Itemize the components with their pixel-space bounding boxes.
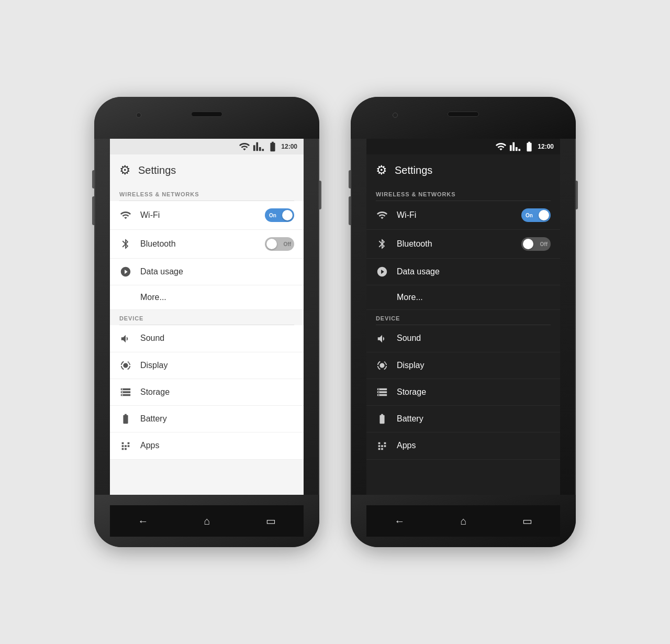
apps-icon-dark xyxy=(376,440,388,451)
data-usage-item-dark[interactable]: Data usage xyxy=(366,259,560,285)
wifi-toggle-knob-dark xyxy=(539,210,549,220)
nav-bar-dark: ← ⌂ ▭ xyxy=(366,505,560,537)
battery-label-light: Battery xyxy=(140,414,167,424)
apps-icon-light xyxy=(119,440,132,451)
bluetooth-item-left-dark: Bluetooth xyxy=(376,238,432,250)
sound-label-light: Sound xyxy=(140,334,164,343)
display-item-dark[interactable]: Display xyxy=(366,352,560,379)
display-label-light: Display xyxy=(140,361,168,370)
sound-icon-dark xyxy=(376,332,388,344)
status-time-light: 12:00 xyxy=(281,143,297,150)
volume-down-button xyxy=(92,196,94,225)
nav-bar-light: ← ⌂ ▭ xyxy=(110,505,304,537)
wifi-label-dark: Wi-Fi xyxy=(397,210,416,220)
apps-item-light[interactable]: Apps xyxy=(110,432,304,459)
light-phone-screen: 12:00 ⚙ Settings WIRELESS & NETWORKS xyxy=(110,139,304,495)
signal-status-icon-dark xyxy=(509,141,521,152)
more-item-light[interactable]: More... xyxy=(110,285,304,310)
storage-label-dark: Storage xyxy=(397,387,426,397)
settings-icon-dark: ⚙ xyxy=(376,163,387,177)
settings-icon-light: ⚙ xyxy=(119,163,131,177)
wifi-item-left-light: Wi-Fi xyxy=(119,209,160,221)
volume-up-button-dark xyxy=(349,170,351,188)
wifi-toggle-knob-light xyxy=(282,210,293,220)
settings-title-light: Settings xyxy=(138,164,176,176)
battery-label-dark: Battery xyxy=(397,414,423,424)
bluetooth-item-light[interactable]: Bluetooth Off xyxy=(110,230,304,259)
recents-button-light[interactable]: ▭ xyxy=(266,515,276,527)
display-icon-light xyxy=(119,360,132,371)
power-button-dark xyxy=(576,181,578,209)
bluetooth-toggle-knob-light xyxy=(266,239,277,249)
more-item-dark[interactable]: More... xyxy=(366,285,560,310)
camera xyxy=(136,113,141,118)
wifi-toggle-dark[interactable]: On xyxy=(521,208,551,222)
bluetooth-toggle-dark[interactable]: Off xyxy=(521,237,551,251)
wifi-item-dark[interactable]: Wi-Fi On xyxy=(366,201,560,230)
wifi-item-light[interactable]: Wi-Fi On xyxy=(110,201,304,230)
bluetooth-toggle-knob-dark xyxy=(523,239,533,249)
status-icons-dark: 12:00 xyxy=(495,141,554,152)
data-usage-label-dark: Data usage xyxy=(397,267,440,276)
status-time-dark: 12:00 xyxy=(538,143,554,150)
wifi-status-icon xyxy=(239,141,250,152)
storage-item-light[interactable]: Storage xyxy=(110,379,304,406)
top-bezel-dark xyxy=(351,97,576,139)
sound-item-light[interactable]: Sound xyxy=(110,325,304,352)
wifi-toggle-label-dark: On xyxy=(526,213,533,218)
home-button-dark[interactable]: ⌂ xyxy=(460,515,466,527)
data-icon-light xyxy=(119,266,132,277)
dark-phone: 12:00 ⚙ Settings WIRELESS & NETWORKS xyxy=(351,97,576,547)
wifi-toggle-label-light: On xyxy=(269,213,276,218)
wifi-toggle-light[interactable]: On xyxy=(265,208,294,222)
status-bar-light: 12:00 xyxy=(110,139,304,154)
bluetooth-label-dark: Bluetooth xyxy=(397,239,432,249)
status-bar-dark: 12:00 xyxy=(366,139,560,154)
sound-label-dark: Sound xyxy=(397,334,421,343)
display-item-light[interactable]: Display xyxy=(110,352,304,379)
bluetooth-label-light: Bluetooth xyxy=(140,239,176,249)
storage-label-light: Storage xyxy=(140,387,170,397)
battery-item-light[interactable]: Battery xyxy=(110,406,304,432)
section-wireless-header-dark: WIRELESS & NETWORKS xyxy=(366,186,560,201)
home-button-light[interactable]: ⌂ xyxy=(204,515,210,527)
bluetooth-icon-dark xyxy=(376,238,388,250)
storage-item-dark[interactable]: Storage xyxy=(366,379,560,406)
data-icon-dark xyxy=(376,266,388,277)
recents-button-dark[interactable]: ▭ xyxy=(522,515,532,527)
bluetooth-toggle-label-light: Off xyxy=(284,241,291,247)
section-device-header-light: DEVICE xyxy=(110,310,304,325)
power-button xyxy=(319,181,321,209)
section-device-header-dark: DEVICE xyxy=(366,310,560,325)
speaker xyxy=(191,112,222,117)
light-phone: 12:00 ⚙ Settings WIRELESS & NETWORKS xyxy=(94,97,319,547)
bottom-bezel-dark: ← ⌂ ▭ xyxy=(351,495,576,547)
status-icons: 12:00 xyxy=(239,141,297,152)
settings-header-dark: ⚙ Settings xyxy=(366,154,560,186)
battery-item-dark[interactable]: Battery xyxy=(366,406,560,432)
wifi-status-icon-dark xyxy=(495,141,507,152)
settings-content-light: ⚙ Settings WIRELESS & NETWORKS Wi-Fi xyxy=(110,154,304,495)
battery-status-icon xyxy=(267,141,278,152)
back-button-dark[interactable]: ← xyxy=(394,515,405,527)
volume-up-button xyxy=(92,170,94,188)
bluetooth-toggle-light[interactable]: Off xyxy=(265,237,294,251)
display-icon-dark xyxy=(376,360,388,371)
settings-header-light: ⚙ Settings xyxy=(110,154,304,186)
bluetooth-icon-light xyxy=(119,238,132,250)
sound-item-dark[interactable]: Sound xyxy=(366,325,560,352)
apps-item-dark[interactable]: Apps xyxy=(366,432,560,459)
volume-down-button-dark xyxy=(349,196,351,225)
apps-label-dark: Apps xyxy=(397,441,416,450)
settings-content-dark: ⚙ Settings WIRELESS & NETWORKS Wi-Fi xyxy=(366,154,560,495)
display-label-dark: Display xyxy=(397,361,424,370)
wifi-label-light: Wi-Fi xyxy=(140,210,160,220)
battery-icon-light xyxy=(119,413,132,425)
wifi-item-left-dark: Wi-Fi xyxy=(376,209,416,221)
battery-icon-dark xyxy=(376,413,388,425)
bluetooth-item-dark[interactable]: Bluetooth Off xyxy=(366,230,560,259)
battery-status-icon-dark xyxy=(523,141,535,152)
top-bezel xyxy=(94,97,319,139)
data-usage-item-light[interactable]: Data usage xyxy=(110,259,304,285)
back-button-light[interactable]: ← xyxy=(138,515,148,527)
